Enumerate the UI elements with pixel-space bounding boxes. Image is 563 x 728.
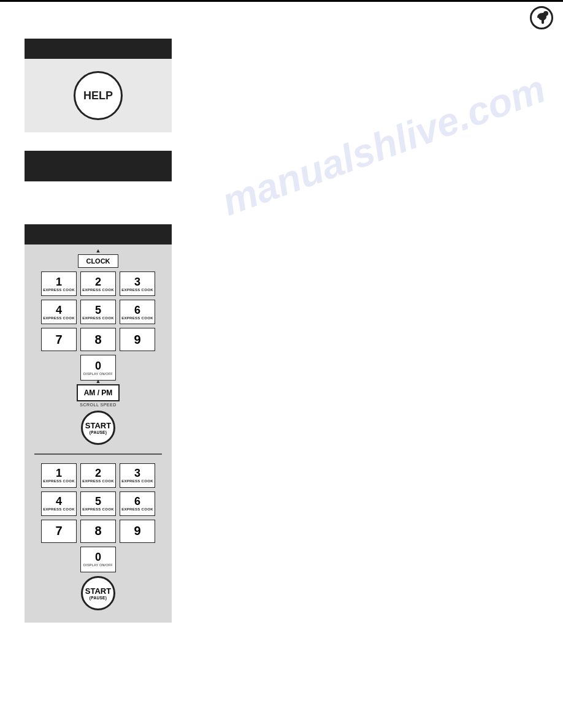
row-b-0: 0 DISPLAY ON/OFF	[80, 547, 116, 572]
start-button-bottom[interactable]: START (PAUSE)	[81, 576, 115, 610]
button-6[interactable]: 6 EXPRESS COOK	[120, 300, 155, 324]
ampm-button[interactable]: AM / PM	[77, 384, 120, 401]
start-button-top[interactable]: START (PAUSE)	[81, 411, 115, 445]
section-help: HELP	[25, 39, 538, 132]
row-b-1-2-3: 1 EXPRESS COOK 2 EXPRESS COOK 3 EXPRESS …	[41, 463, 155, 488]
button-b-1[interactable]: 1 EXPRESS COOK	[41, 463, 77, 488]
row-b-4-5-6: 4 EXPRESS COOK 5 EXPRESS COOK 6 EXPRESS …	[41, 491, 155, 516]
button-b-9[interactable]: 9	[120, 520, 155, 543]
button-b-4[interactable]: 4 EXPRESS COOK	[41, 491, 77, 516]
logo-area	[526, 2, 557, 33]
logo-icon	[530, 6, 553, 29]
button-b-2[interactable]: 2 EXPRESS COOK	[80, 463, 116, 488]
page-content: HELP	[0, 2, 563, 665]
keypad-panel: CLOCK 1 EXPRESS COOK 2 EXPRESS COOK	[25, 245, 172, 623]
button-3[interactable]: 3 EXPRESS COOK	[120, 271, 155, 296]
section3-header	[25, 224, 172, 245]
section2-header	[25, 151, 172, 181]
button-b-5[interactable]: 5 EXPRESS COOK	[80, 491, 116, 516]
button-1[interactable]: 1 EXPRESS COOK	[41, 271, 77, 296]
row-4-5-6: 4 EXPRESS COOK 5 EXPRESS COOK 6 EXPRESS …	[41, 300, 155, 324]
button-b-6[interactable]: 6 EXPRESS COOK	[120, 491, 155, 516]
clock-button[interactable]: CLOCK	[78, 254, 118, 268]
button-8[interactable]: 8	[80, 328, 116, 351]
button-2[interactable]: 2 EXPRESS COOK	[80, 271, 116, 296]
row-7-8-9: 7 8 9	[41, 328, 155, 351]
section3-right-text	[172, 224, 538, 623]
keypad-left: CLOCK 1 EXPRESS COOK 2 EXPRESS COOK	[25, 224, 172, 623]
button-7[interactable]: 7	[41, 328, 77, 351]
keypad-divider	[34, 453, 162, 455]
button-9[interactable]: 9	[120, 328, 155, 351]
row-b-7-8-9: 7 8 9	[41, 520, 155, 543]
ampm-row: AM / PM SCROLL SPEED	[77, 384, 120, 407]
help-label: HELP	[83, 89, 113, 102]
row-1-2-3: 1 EXPRESS COOK 2 EXPRESS COOK 3 EXPRESS …	[41, 271, 155, 296]
help-right-text	[172, 39, 538, 132]
button-b-3[interactable]: 3 EXPRESS COOK	[120, 463, 155, 488]
section2	[25, 151, 538, 206]
help-button[interactable]: HELP	[74, 71, 123, 120]
help-left: HELP	[25, 39, 172, 132]
clock-row: CLOCK	[78, 254, 118, 268]
button-b-0[interactable]: 0 DISPLAY ON/OFF	[80, 547, 116, 572]
start-row-bottom: START (PAUSE)	[81, 576, 115, 610]
button-0[interactable]: 0 DISPLAY ON/OFF	[80, 355, 116, 381]
section1-header	[25, 39, 172, 59]
start-row-top: START (PAUSE)	[81, 411, 115, 445]
section2-right-text	[172, 151, 538, 206]
section3: CLOCK 1 EXPRESS COOK 2 EXPRESS COOK	[25, 224, 538, 623]
button-5[interactable]: 5 EXPRESS COOK	[80, 300, 116, 324]
section2-left	[25, 151, 172, 206]
help-panel: HELP	[25, 59, 172, 132]
button-4[interactable]: 4 EXPRESS COOK	[41, 300, 77, 324]
button-b-8[interactable]: 8	[80, 520, 116, 543]
button-b-7[interactable]: 7	[41, 520, 77, 543]
row-0: 0 DISPLAY ON/OFF	[80, 355, 116, 381]
svg-point-0	[543, 11, 548, 16]
scroll-speed-label: SCROLL SPEED	[80, 403, 116, 407]
